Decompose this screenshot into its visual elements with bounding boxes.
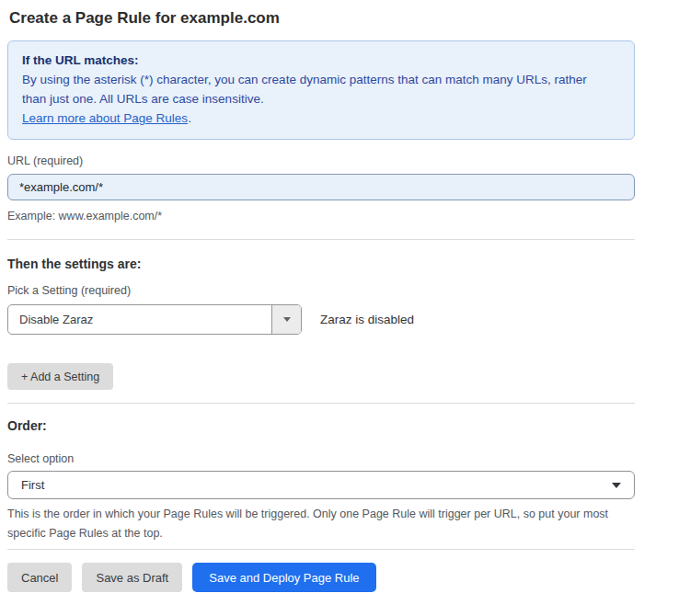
order-help-text: This is the order in which your Page Rul…: [7, 505, 626, 543]
cancel-button[interactable]: Cancel: [7, 563, 72, 592]
divider: [7, 549, 635, 550]
link-suffix: .: [188, 111, 191, 125]
chevron-down-icon: [283, 317, 291, 322]
info-box-heading: If the URL matches:: [22, 51, 620, 70]
info-link-row: Learn more about Page Rules.: [22, 108, 620, 128]
setting-status-text: Zaraz is disabled: [320, 313, 414, 326]
chevron-down-icon: [612, 483, 621, 488]
divider: [7, 239, 635, 240]
url-example-hint: Example: www.example.com/*: [7, 207, 635, 226]
setting-select[interactable]: Disable Zaraz: [7, 304, 302, 335]
add-setting-button[interactable]: + Add a Setting: [7, 363, 113, 390]
url-match-info-box: If the URL matches: By using the asteris…: [7, 40, 635, 140]
settings-section-heading: Then the settings are:: [7, 257, 635, 271]
setting-select-value: Disable Zaraz: [8, 305, 271, 334]
order-section-heading: Order:: [7, 418, 635, 433]
setting-select-arrow-button[interactable]: [271, 305, 301, 334]
url-field-label: URL (required): [7, 154, 635, 167]
setting-row: Disable Zaraz Zaraz is disabled: [7, 304, 635, 335]
order-select[interactable]: First: [7, 471, 635, 499]
url-input[interactable]: [7, 174, 635, 200]
pick-setting-label: Pick a Setting (required): [7, 284, 635, 297]
page-title: Create a Page Rule for example.com: [7, 9, 635, 28]
order-select-value: First: [21, 478, 44, 492]
divider: [7, 403, 635, 404]
save-draft-button[interactable]: Save as Draft: [82, 563, 182, 592]
info-box-body: By using the asterisk (*) character, you…: [22, 70, 611, 108]
page-rule-form: Create a Page Rule for example.com If th…: [0, 0, 690, 592]
learn-more-link[interactable]: Learn more about Page Rules: [22, 111, 188, 125]
order-select-label: Select option: [7, 452, 635, 465]
footer-actions: Cancel Save as Draft Save and Deploy Pag…: [7, 563, 635, 592]
save-deploy-button[interactable]: Save and Deploy Page Rule: [192, 563, 375, 592]
